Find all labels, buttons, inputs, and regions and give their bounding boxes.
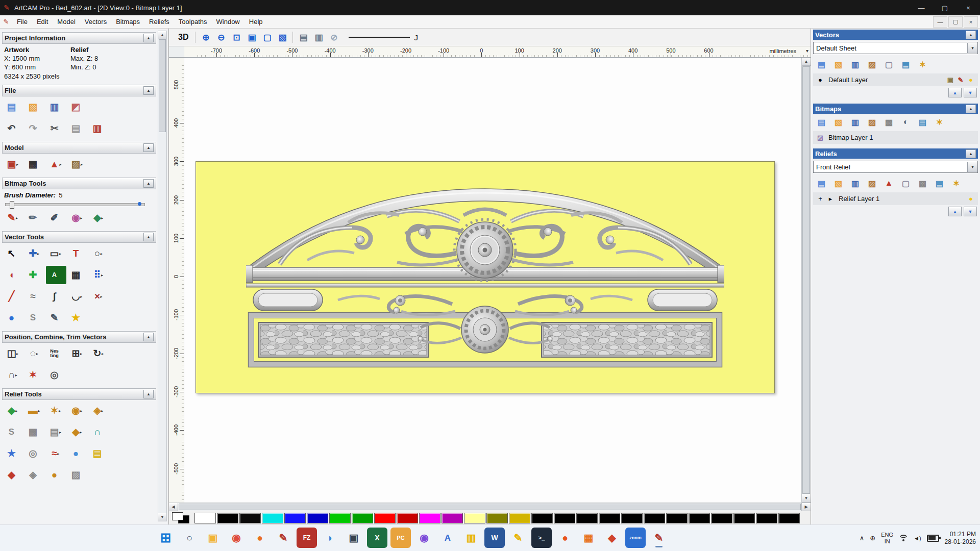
shape-editor-icon[interactable]: ◆▸ <box>3 402 23 420</box>
menu-item[interactable]: Model <box>53 18 80 26</box>
save-vectors-icon[interactable]: ▥ <box>847 58 863 71</box>
layer-colour-swatch[interactable]: ● <box>815 76 825 84</box>
zoom-box-icon[interactable]: ⊡ <box>229 31 243 44</box>
scroll-right-icon[interactable]: ▶ <box>801 503 811 511</box>
layer-visibility-icon[interactable]: ● <box>966 76 976 84</box>
lighting-material-icon[interactable]: ▲▸ <box>46 155 66 173</box>
libreoffice-button[interactable]: ▦ <box>578 528 599 548</box>
menu-item[interactable]: Vectors <box>80 18 111 26</box>
zoom-objects-icon[interactable]: ▧ <box>275 31 289 44</box>
chevron-down-icon[interactable]: ▾ <box>967 43 977 53</box>
search-button[interactable]: ○ <box>179 528 200 548</box>
colour-swatch[interactable] <box>756 513 777 523</box>
vscode-button[interactable]: ◗ <box>320 528 340 548</box>
dome-relief-icon[interactable]: ● <box>67 444 88 463</box>
colour-swatch[interactable] <box>374 513 396 523</box>
lock-layer-icon[interactable]: ▣ <box>945 76 955 84</box>
create-ellipse-icon[interactable]: ○▸ <box>89 244 109 263</box>
scroll-down-icon[interactable]: ▼ <box>158 513 166 521</box>
colour-swatch[interactable] <box>307 513 328 523</box>
view-3d-button[interactable]: 3D <box>174 33 192 42</box>
weld-vectors-icon[interactable]: ✶ <box>24 366 45 384</box>
open-bitmap-icon[interactable]: ▧ <box>830 115 846 129</box>
menu-item[interactable]: Toolpaths <box>174 18 212 26</box>
bitmap-layer-row[interactable]: ▨ Bitmap Layer 1 <box>813 131 978 144</box>
delete-bitmap-icon[interactable]: ▤ <box>915 115 930 129</box>
scrollbar-thumb[interactable] <box>179 504 801 510</box>
canvas-vertical-scrollbar[interactable]: ▲ ▼ <box>801 58 811 503</box>
pen-app-button[interactable]: ✎ <box>508 528 528 548</box>
collapse-section-button[interactable]: ▴ <box>143 34 154 42</box>
scroll-left-icon[interactable]: ◀ <box>169 503 178 511</box>
zoom-out-icon[interactable]: ⊖ <box>214 31 228 44</box>
power-bi-button[interactable]: ▥ <box>461 528 481 548</box>
collapse-section-button[interactable]: ▴ <box>143 86 154 95</box>
bitmaps-wizard-icon[interactable]: ✶ <box>932 115 947 129</box>
colour-swatch[interactable] <box>419 513 440 523</box>
smooth-relief-icon[interactable]: S <box>3 423 23 441</box>
swirl-relief-icon[interactable]: ◎ <box>24 444 45 463</box>
new-model-icon[interactable]: ▤ <box>3 98 23 116</box>
save-relief-icon[interactable]: ▥ <box>847 177 863 190</box>
relief-extra-icon-4[interactable]: ▨ <box>67 466 88 484</box>
import-vectors-icon[interactable]: ▨ <box>864 58 880 71</box>
calculate-relief-icon[interactable]: ▲ <box>881 177 897 190</box>
edit-layer-icon[interactable]: ✎ <box>955 76 966 84</box>
menu-item[interactable]: Reliefs <box>144 18 174 26</box>
save-model-icon[interactable]: ▥ <box>46 98 66 116</box>
star-relief-icon[interactable]: ★ <box>3 444 23 463</box>
colour-swatch[interactable] <box>194 513 216 523</box>
panel-scrollbar[interactable]: ▲ ▼ <box>158 31 167 521</box>
spin-icon[interactable]: ✶▸ <box>46 402 66 420</box>
texture-relief-icon[interactable]: ▩ <box>24 423 45 441</box>
adjust-model-icon[interactable]: ▩ <box>24 155 45 173</box>
mdi-restore-button[interactable]: ▢ <box>948 16 963 28</box>
relief-extra-icon-1[interactable]: ◆ <box>3 466 23 484</box>
previous-view-icon[interactable]: ⊘ <box>327 31 341 44</box>
pycharm-button[interactable]: PC <box>390 528 411 548</box>
set-model-size-icon[interactable]: ▣▸ <box>3 155 23 173</box>
greyscale-preview-icon[interactable]: ▨▸ <box>67 155 88 173</box>
move-vector-layer-up-icon[interactable]: ▲ <box>948 88 962 97</box>
nesting-icon[interactable]: Nes ting <box>46 344 66 363</box>
start-button[interactable]: ⊞ <box>156 528 176 548</box>
mdi-minimize-button[interactable]: — <box>933 16 947 28</box>
zoom-in-icon[interactable]: ⊕ <box>199 31 213 44</box>
network-globe-icon[interactable]: ⊕ <box>870 534 875 542</box>
excel-button[interactable]: X <box>367 528 387 548</box>
palette-icon[interactable]: ◉▸ <box>67 209 88 227</box>
undo-icon[interactable]: ↶ <box>3 119 23 138</box>
sculpting-icon[interactable]: ◆▸ <box>67 423 88 441</box>
screen-recorder-button[interactable]: ◉ <box>414 528 434 548</box>
colour-swatch[interactable] <box>239 513 261 523</box>
menu-item[interactable]: Window <box>212 18 244 26</box>
fillet-icon[interactable]: ● <box>3 309 23 327</box>
colour-swatch[interactable] <box>711 513 732 523</box>
battery-icon[interactable] <box>927 535 939 542</box>
menu-item[interactable]: Bitmaps <box>111 18 144 26</box>
collapse-section-button[interactable]: ▴ <box>143 390 154 398</box>
collapse-section-button[interactable]: ▴ <box>143 233 154 241</box>
powershell-button[interactable]: >_ <box>531 528 552 548</box>
colour-swatch[interactable] <box>733 513 755 523</box>
add-relief-layer-icon[interactable]: + <box>815 195 825 203</box>
model-sheet[interactable] <box>195 161 775 393</box>
colour-swatch[interactable] <box>464 513 485 523</box>
create-polyline-icon[interactable]: ╱ <box>3 287 23 306</box>
file-explorer-button[interactable]: ▣ <box>203 528 223 548</box>
colour-swatch[interactable] <box>509 513 530 523</box>
chevron-down-icon[interactable]: ▾ <box>967 162 977 172</box>
move-relief-layer-down-icon[interactable]: ▼ <box>964 207 977 216</box>
zoom-fit-icon[interactable]: ▢ <box>260 31 274 44</box>
export-image-icon[interactable]: ◩ <box>67 98 88 116</box>
filezilla-button[interactable]: FZ <box>297 528 317 548</box>
offset-relief-icon[interactable]: ▤▸ <box>46 423 66 441</box>
wave-relief-icon[interactable]: ≈▸ <box>46 444 66 463</box>
colour-swatch[interactable] <box>352 513 373 523</box>
fit-arcs-icon[interactable]: S <box>24 309 45 327</box>
menu-item[interactable]: Edit <box>32 18 53 26</box>
circular-array-icon[interactable]: ◌▸ <box>24 344 45 363</box>
colour-swatch[interactable] <box>666 513 688 523</box>
create-text-icon[interactable]: T <box>67 244 88 263</box>
import-bitmap-icon[interactable]: ▨ <box>864 115 880 129</box>
